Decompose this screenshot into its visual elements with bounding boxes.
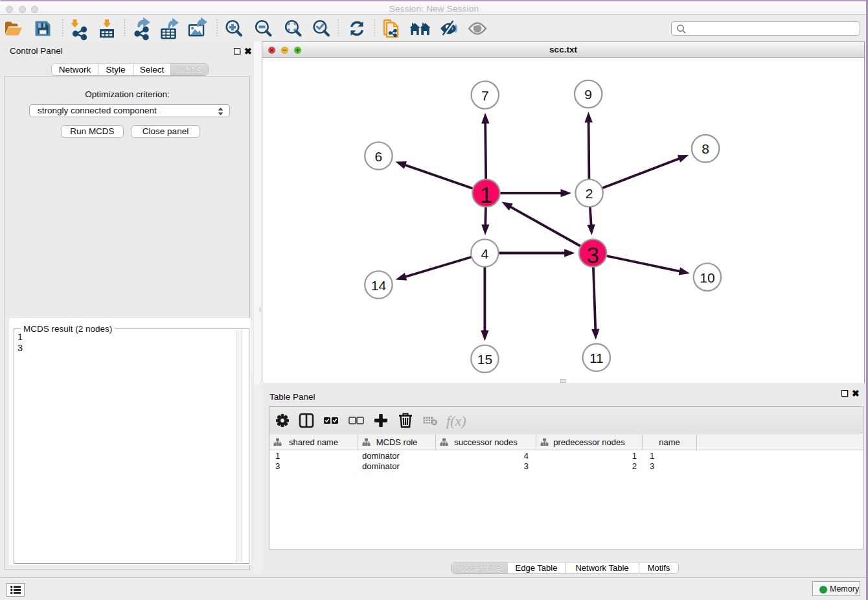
svg-text:4: 4 bbox=[481, 246, 489, 261]
svg-text:15: 15 bbox=[477, 352, 492, 367]
svg-text:11: 11 bbox=[589, 351, 604, 365]
svg-text:8: 8 bbox=[702, 141, 709, 156]
svg-text:2: 2 bbox=[586, 186, 593, 201]
svg-text:10: 10 bbox=[700, 270, 714, 285]
svg-text:6: 6 bbox=[375, 149, 383, 164]
svg-text:1: 1 bbox=[480, 182, 492, 207]
svg-text:7: 7 bbox=[481, 88, 489, 103]
svg-text:9: 9 bbox=[584, 87, 592, 102]
svg-text:3: 3 bbox=[586, 242, 599, 268]
svg-text:14: 14 bbox=[371, 278, 387, 293]
svg-text:f(x): f(x) bbox=[446, 413, 466, 429]
